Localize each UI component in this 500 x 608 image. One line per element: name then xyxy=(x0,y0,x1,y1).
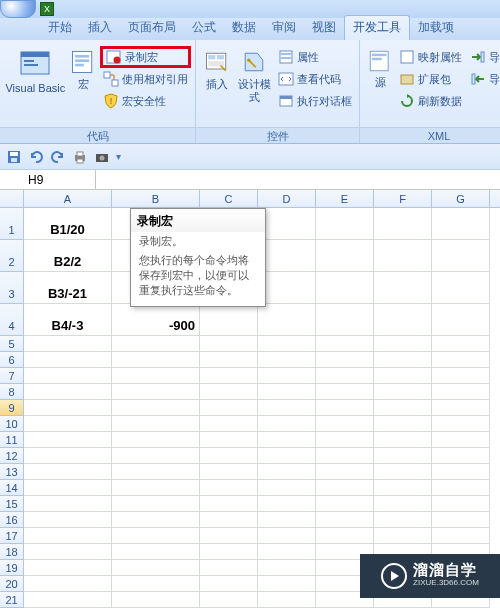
cell[interactable] xyxy=(258,384,316,400)
cell[interactable] xyxy=(200,400,258,416)
col-header-F[interactable]: F xyxy=(374,190,432,207)
cell[interactable] xyxy=(258,272,316,304)
cell[interactable]: -900 xyxy=(112,304,200,336)
cell[interactable] xyxy=(200,384,258,400)
cell[interactable] xyxy=(432,512,490,528)
use-relative-button[interactable]: 使用相对引用 xyxy=(100,68,191,90)
cell[interactable] xyxy=(258,304,316,336)
cell[interactable] xyxy=(24,544,112,560)
cell[interactable] xyxy=(112,368,200,384)
row-header[interactable]: 16 xyxy=(0,512,24,528)
macro-security-button[interactable]: ! 宏安全性 xyxy=(100,90,191,112)
visual-basic-button[interactable]: Visual Basic xyxy=(4,44,67,124)
cell[interactable] xyxy=(112,432,200,448)
select-all-corner[interactable] xyxy=(0,190,24,207)
view-code-button[interactable]: 查看代码 xyxy=(275,68,355,90)
cell[interactable] xyxy=(432,496,490,512)
cell[interactable] xyxy=(316,432,374,448)
cell[interactable] xyxy=(374,240,432,272)
cell[interactable] xyxy=(374,400,432,416)
cell[interactable]: B2/2 xyxy=(24,240,112,272)
tab-developer[interactable]: 开发工具 xyxy=(344,15,410,40)
cell[interactable] xyxy=(24,592,112,608)
cell[interactable] xyxy=(374,512,432,528)
cell[interactable] xyxy=(112,544,200,560)
import-button[interactable]: 导入 xyxy=(467,46,500,68)
row-header[interactable]: 8 xyxy=(0,384,24,400)
cell[interactable] xyxy=(258,560,316,576)
cell[interactable] xyxy=(374,496,432,512)
tab-review[interactable]: 审阅 xyxy=(264,16,304,40)
cell[interactable] xyxy=(24,480,112,496)
insert-control-button[interactable]: 插入 xyxy=(200,44,233,124)
cell[interactable] xyxy=(432,416,490,432)
cell[interactable] xyxy=(258,544,316,560)
cell[interactable] xyxy=(24,576,112,592)
cell[interactable] xyxy=(432,352,490,368)
cell[interactable]: B3/-21 xyxy=(24,272,112,304)
cell[interactable] xyxy=(316,384,374,400)
cell[interactable] xyxy=(24,336,112,352)
row-header[interactable]: 20 xyxy=(0,576,24,592)
cell[interactable] xyxy=(112,336,200,352)
record-macro-button[interactable]: 录制宏 xyxy=(100,46,191,68)
cell[interactable] xyxy=(374,304,432,336)
run-dialog-button[interactable]: 执行对话框 xyxy=(275,90,355,112)
col-header-E[interactable]: E xyxy=(316,190,374,207)
cell[interactable] xyxy=(112,352,200,368)
worksheet[interactable]: A B C D E F G 12345678910111213141516171… xyxy=(0,190,500,608)
col-header-B[interactable]: B xyxy=(112,190,200,207)
cell[interactable] xyxy=(432,368,490,384)
cell[interactable] xyxy=(258,208,316,240)
cell[interactable] xyxy=(258,416,316,432)
cell[interactable] xyxy=(316,304,374,336)
cell[interactable] xyxy=(432,528,490,544)
row-header[interactable]: 6 xyxy=(0,352,24,368)
row-header[interactable]: 3 xyxy=(0,272,24,304)
cell[interactable] xyxy=(112,480,200,496)
row-header[interactable]: 18 xyxy=(0,544,24,560)
row-header[interactable]: 7 xyxy=(0,368,24,384)
tab-home[interactable]: 开始 xyxy=(40,16,80,40)
cell[interactable] xyxy=(316,448,374,464)
tab-insert[interactable]: 插入 xyxy=(80,16,120,40)
qat-dropdown-icon[interactable]: ▾ xyxy=(116,151,121,162)
macro-button[interactable]: 宏 xyxy=(67,44,100,124)
cell[interactable] xyxy=(112,496,200,512)
cell[interactable] xyxy=(316,480,374,496)
cell[interactable]: B4/-3 xyxy=(24,304,112,336)
cell[interactable] xyxy=(112,384,200,400)
cell[interactable] xyxy=(316,240,374,272)
cell[interactable]: B1/20 xyxy=(24,208,112,240)
cell[interactable] xyxy=(258,496,316,512)
design-mode-button[interactable]: 设计模式 xyxy=(233,44,275,124)
cell[interactable] xyxy=(316,208,374,240)
cell[interactable] xyxy=(258,576,316,592)
cell[interactable] xyxy=(374,208,432,240)
cell[interactable] xyxy=(432,384,490,400)
row-header[interactable]: 5 xyxy=(0,336,24,352)
cell[interactable] xyxy=(200,480,258,496)
cell[interactable] xyxy=(258,480,316,496)
cell[interactable] xyxy=(316,400,374,416)
cell[interactable] xyxy=(24,560,112,576)
row-header[interactable]: 2 xyxy=(0,240,24,272)
save-icon[interactable] xyxy=(6,149,22,165)
cell[interactable] xyxy=(200,528,258,544)
cell[interactable] xyxy=(24,368,112,384)
cell[interactable] xyxy=(200,560,258,576)
cell[interactable] xyxy=(374,528,432,544)
cells-area[interactable]: 录制宏 录制宏。 您执行的每个命令均将保存到宏中，以便可以重复执行这些命令。 B… xyxy=(24,208,490,608)
cell[interactable] xyxy=(24,496,112,512)
redo-icon[interactable] xyxy=(50,149,66,165)
cell[interactable] xyxy=(374,432,432,448)
cell[interactable] xyxy=(24,464,112,480)
xml-source-button[interactable]: 源 xyxy=(364,44,396,124)
row-header[interactable]: 4 xyxy=(0,304,24,336)
cell[interactable] xyxy=(316,496,374,512)
cell[interactable] xyxy=(112,592,200,608)
cell[interactable] xyxy=(112,576,200,592)
row-header[interactable]: 17 xyxy=(0,528,24,544)
cell[interactable] xyxy=(112,464,200,480)
cell[interactable] xyxy=(24,400,112,416)
